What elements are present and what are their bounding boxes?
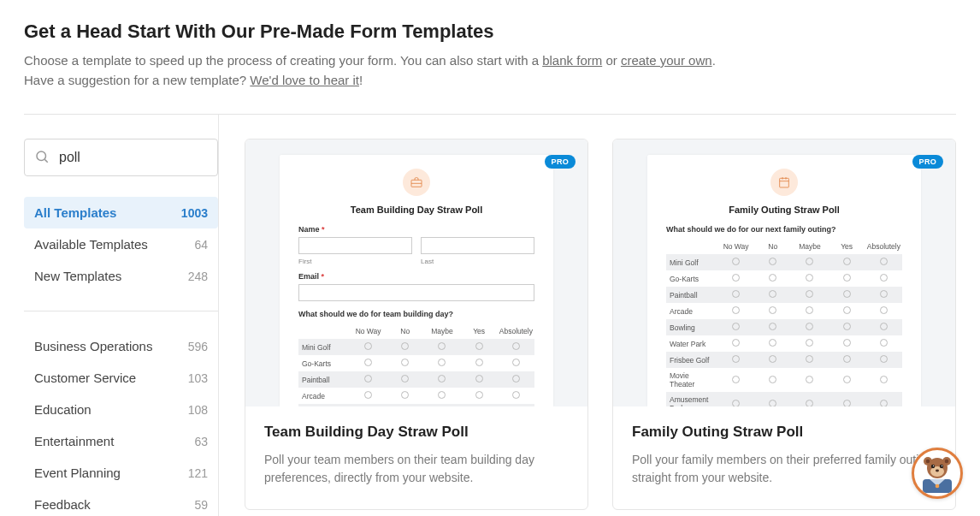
last-name-input [421,237,534,254]
matrix-row-label: Mini Golf [666,254,717,270]
matrix-radio [880,355,888,363]
matrix-radio [364,375,372,383]
page-header: Get a Head Start With Our Pre-Made Form … [24,21,956,90]
matrix-radio [512,342,520,350]
page-suggest: Have a suggestion for a new template? We… [24,71,956,91]
blank-form-link[interactable]: blank form [542,53,602,68]
matrix-radio [843,258,851,265]
matrix-radio [880,400,888,407]
sidebar-category[interactable]: Available Templates64 [24,228,218,260]
category-label: Customer Service [34,371,136,385]
sidebar-category[interactable]: Business Operations596 [24,330,218,362]
template-title: Team Building Day Straw Poll [264,424,569,441]
sidebar-category[interactable]: Entertainment63 [24,425,218,457]
category-label: Available Templates [34,237,148,252]
sidebar-category[interactable]: Education108 [24,394,218,425]
sidebar-category[interactable]: New Templates248 [24,260,218,292]
template-preview: PROTeam Building Day Straw PollName *Fir… [245,139,587,406]
matrix-row-label: Amusement Park [666,392,717,406]
svg-point-20 [936,484,940,489]
help-chat-button[interactable] [912,448,963,499]
matrix-row-label: Go-Karts [298,355,350,371]
matrix-radio [843,290,851,298]
matrix-row-label: Bowling [666,319,717,335]
suggest-link[interactable]: We'd love to hear it [250,73,359,87]
matrix-radio [769,290,776,298]
sidebar-category[interactable]: Feedback59 [24,489,218,516]
page-intro: Choose a template to speed up the proces… [24,51,956,71]
category-label: Business Operations [34,339,152,353]
email-input [298,284,534,301]
matrix-row-label: Paintball [666,287,717,303]
form-question: What should we do for our next family ou… [666,225,902,234]
category-count: 1003 [181,206,208,220]
matrix-radio [843,306,851,314]
matrix-radio [732,339,740,347]
matrix-radio [769,306,776,314]
category-count: 59 [194,498,208,512]
matrix-radio [401,342,409,350]
create-own-link[interactable]: create your own [621,53,712,68]
matrix-row-label: Arcade [298,388,350,404]
matrix-radio [806,323,813,330]
matrix-radio [880,290,888,298]
matrix-radio [732,376,740,383]
matrix-radio [880,274,888,282]
svg-point-18 [936,470,939,472]
matrix-row-label: Arcade [666,303,717,319]
matrix-radio [475,359,483,366]
sidebar-category[interactable]: All Templates1003 [24,197,218,228]
page-title: Get a Head Start With Our Pre-Made Form … [24,21,956,43]
matrix-radio [806,339,813,347]
matrix-radio [769,339,776,347]
matrix-radio [843,400,851,407]
matrix-row-label: Mini Golf [298,339,350,355]
matrix-radio [401,375,409,383]
matrix-radio [806,290,813,298]
matrix-radio [843,339,851,347]
svg-point-12 [945,460,949,464]
template-card[interactable]: PROTeam Building Day Straw PollName *Fir… [245,139,588,510]
matrix-radio [806,258,813,265]
calendar-icon [770,169,798,196]
matrix-radio [732,290,740,298]
matrix-radio [843,376,851,383]
matrix-radio [880,323,888,330]
category-label: New Templates [34,269,121,283]
matrix-radio [880,376,888,383]
sidebar-category[interactable]: Customer Service103 [24,362,218,394]
category-count: 596 [188,340,208,353]
pro-badge: PRO [545,155,576,169]
matrix-radio [732,323,740,330]
template-title: Family Outing Straw Poll [632,424,936,441]
sidebar: All Templates1003Available Templates64Ne… [24,115,218,516]
matrix-radio [732,274,740,282]
matrix-radio [364,391,372,399]
category-count: 63 [194,435,208,448]
matrix-radio [806,355,813,363]
matrix-radio [806,274,813,282]
matrix-radio [475,342,483,350]
matrix-radio [401,359,409,366]
matrix-radio [475,391,483,399]
form-preview-title: Family Outing Straw Poll [666,205,902,215]
matrix-radio [438,359,446,366]
form-question: What should we do for team building day? [298,310,534,318]
svg-point-14 [931,465,935,468]
search-input[interactable] [24,139,218,176]
search-icon [34,149,50,168]
first-name-input [298,237,412,254]
matrix-radio [880,258,888,265]
template-preview: PROFamily Outing Straw PollWhat should w… [613,139,955,406]
matrix-radio [880,339,888,347]
search-field [24,139,218,176]
template-card[interactable]: PROFamily Outing Straw PollWhat should w… [612,139,956,510]
matrix-radio [806,400,813,407]
svg-line-1 [44,159,47,162]
matrix-row-label: Movie Theater [666,368,717,392]
sidebar-category[interactable]: Event Planning121 [24,457,218,489]
matrix-radio [769,323,776,330]
form-preview-title: Team Building Day Straw Poll [298,205,534,215]
matrix-radio [769,376,776,383]
matrix-table: No WayNoMaybeYesAbsolutelyMini GolfGo-Ka… [298,323,534,406]
